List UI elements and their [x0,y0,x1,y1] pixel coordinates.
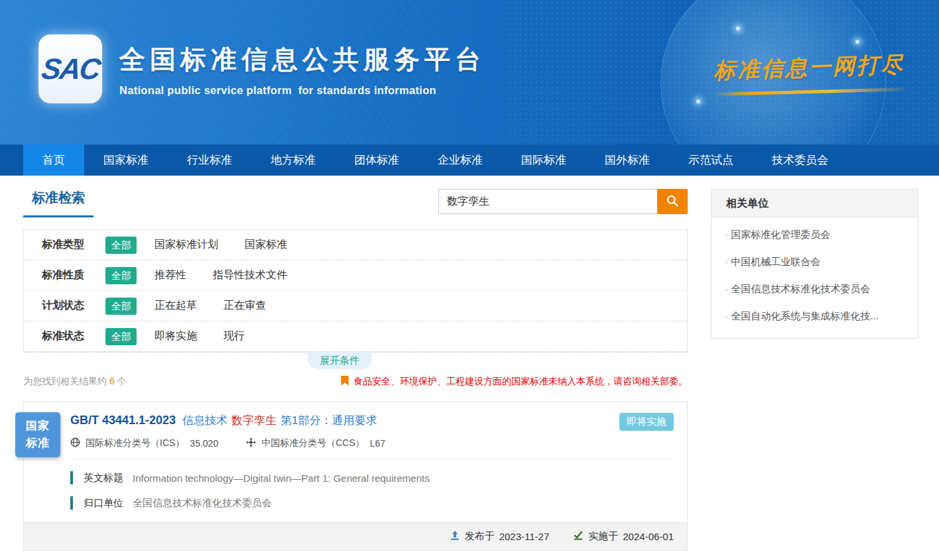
search-button[interactable] [657,189,688,214]
globe-icon [70,437,80,449]
search-group [438,189,688,214]
search-icon [666,194,679,209]
standard-title-link[interactable]: GB/T 43441.1-2023信息技术数字孪生第1部分：通用要求 [70,413,674,428]
sac-logo[interactable]: SAC [38,34,102,103]
field-accent-bar [70,496,73,510]
search-input[interactable] [438,189,657,214]
filter-label: 标准类型 [42,238,105,252]
tab-standard-search[interactable]: 标准检索 [23,189,94,217]
site-subtitle: National public service platform for sta… [119,84,485,97]
publish-upload-icon [450,530,460,543]
related-units-panel: 相关单位 国家标准化管理委员会 中国机械工业联合会 全国信息技术标准化技术委员会… [711,189,918,339]
filter-all-button[interactable]: 全部 [105,237,137,254]
expand-conditions-button[interactable]: 展开条件 [308,352,371,369]
filter-row-standard-nature: 标准性质 全部 推荐性 指导性技术文件 [24,260,687,291]
field-committee: 归口单位 全国信息技术标准化技术委员会 [70,496,674,510]
field-accent-bar [70,471,73,484]
filter-label: 计划状态 [42,299,105,313]
site-title: 全国标准信息公共服务平台 [119,42,485,78]
results-count: 为您找到相关结果约6个 [23,376,127,388]
filter-all-button[interactable]: 全部 [105,298,137,315]
filter-option[interactable]: 国家标准计划 [155,238,218,252]
implemented-date-group: 实施于 2024-06-01 [573,530,674,543]
implemented-date: 2024-06-01 [623,531,674,542]
nav-tab-international-standard[interactable]: 国际标准 [502,144,586,176]
published-date-group: 发布于 2023-11-27 [450,530,550,543]
filter-label: 标准状态 [42,329,105,343]
ccs-value: L67 [370,438,385,449]
glow-dot [696,99,700,103]
result-card: 国家标准 即将实施 GB/T 43441.1-2023信息技术数字孪生第1部分：… [23,402,688,551]
filter-option[interactable]: 国家标准 [245,238,287,252]
published-date: 2023-11-27 [499,531,550,542]
sac-logo-text: SAC [39,52,101,85]
nav-tab-foreign-standard[interactable]: 国外标准 [586,144,669,176]
related-unit-link[interactable]: 全国自动化系统与集成标准化技... [712,303,918,330]
filter-label: 标准性质 [42,268,105,282]
nav-tab-home[interactable]: 首页 [23,144,84,176]
main-nav: 首页 国家标准 行业标准 地方标准 团体标准 企业标准 国际标准 国外标准 示范… [0,144,939,176]
glow-dot [736,27,740,30]
filter-option[interactable]: 推荐性 [155,268,186,282]
status-badge: 即将实施 [619,413,674,431]
nav-tab-local-standard[interactable]: 地方标准 [251,144,335,176]
related-unit-link[interactable]: 中国机械工业联合会 [712,249,918,276]
ics-group: 国际标准分类号（ICS） 35.020 [70,437,218,449]
site-header: SAC 全国标准信息公共服务平台 National public service… [0,0,939,144]
nav-tab-technical-committee[interactable]: 技术委员会 [753,144,847,176]
notice: 食品安全、环境保护、工程建设方面的国家标准未纳入本系统，请咨询相关部委。 [341,376,688,388]
results-count-number: 6 [109,376,115,386]
related-units-title: 相关单位 [712,190,918,217]
filter-option[interactable]: 即将实施 [155,329,197,343]
filter-row-standard-type: 标准类型 全部 国家标准计划 国家标准 [24,230,687,260]
standard-type-badge: 国家标准 [15,412,60,457]
sidebar: 相关单位 国家标准化管理委员会 中国机械工业联合会 全国信息技术标准化技术委员会… [711,189,918,551]
nav-tab-group-standard[interactable]: 团体标准 [335,144,418,176]
field-english-title: 英文标题 Information technology—Digital twin… [70,471,674,485]
filter-box: 标准类型 全部 国家标准计划 国家标准 标准性质 全部 推荐性 指导性技术文件 [23,229,688,353]
nav-tab-industry-standard[interactable]: 行业标准 [168,144,251,176]
filter-option[interactable]: 现行 [223,329,245,343]
glow-dot [855,40,859,44]
search-term-highlight: 数字孪生 [231,414,277,427]
ics-value: 35.020 [190,438,218,449]
filter-all-button[interactable]: 全部 [105,328,137,345]
ccs-group: 中国标准分类号（CCS） L67 [246,437,385,449]
brand: SAC 全国标准信息公共服务平台 National public service… [38,34,485,103]
nav-tab-enterprise-standard[interactable]: 企业标准 [418,144,502,176]
filter-row-plan-status: 计划状态 全部 正在起草 正在审查 [24,291,687,321]
main-column: 标准检索 标准类型 全部 国家标准计划 国家标准 [23,189,688,551]
related-unit-link[interactable]: 国家标准化管理委员会 [712,221,918,249]
related-unit-link[interactable]: 全国信息技术标准化技术委员会 [712,276,918,303]
filter-all-button[interactable]: 全部 [105,267,137,284]
bookmark-icon [341,376,349,388]
filter-row-standard-status: 标准状态 全部 即将实施 现行 [24,321,687,352]
ccs-label: 中国标准分类号（CCS） [261,437,365,449]
filter-option[interactable]: 正在起草 [155,299,197,313]
nav-tab-pilot[interactable]: 示范试点 [669,144,753,176]
compass-icon [246,437,256,449]
divider [70,459,674,460]
standard-meta: 国际标准分类号（ICS） 35.020 中国标准分类号（CCS） L67 [70,437,674,449]
ics-label: 国际标准分类号（ICS） [86,437,184,449]
implement-check-icon [573,530,584,543]
slogan-text: 标准信息一网打尽 [713,50,905,86]
nav-tab-national-standard[interactable]: 国家标准 [84,144,168,176]
card-footer: 发布于 2023-11-27 实施于 2024-06-01 [24,522,687,550]
page: SAC 全国标准信息公共服务平台 National public service… [0,0,939,551]
standard-code: GB/T 43441.1-2023 [70,414,176,427]
filter-option[interactable]: 指导性技术文件 [213,268,287,282]
slogan: 标准信息一网打尽 [714,53,905,93]
notice-text: 食品安全、环境保护、工程建设方面的国家标准未纳入本系统，请咨询相关部委。 [353,376,688,388]
filter-option[interactable]: 正在审查 [223,299,266,313]
